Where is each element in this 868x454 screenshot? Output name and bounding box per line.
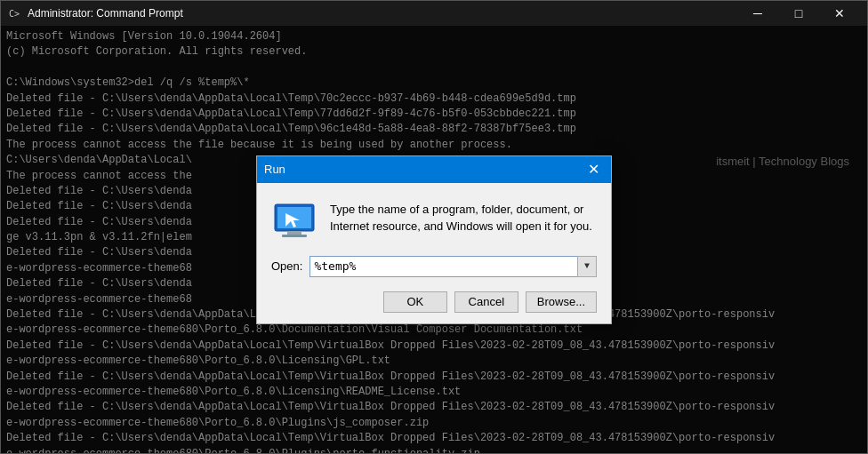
cancel-button[interactable]: Cancel bbox=[454, 291, 518, 313]
dialog-body: Type the name of a program, folder, docu… bbox=[257, 183, 611, 323]
svg-text:C>: C> bbox=[9, 9, 20, 19]
run-icon bbox=[273, 199, 316, 242]
dropdown-arrow-icon[interactable]: ▼ bbox=[577, 256, 597, 277]
dialog-titlebar: Run ✕ bbox=[257, 156, 611, 183]
dialog-description: Type the name of a program, folder, docu… bbox=[330, 197, 597, 235]
window-title: Administrator: Command Prompt bbox=[28, 7, 737, 20]
open-input[interactable] bbox=[309, 256, 597, 277]
dialog-close-button[interactable]: ✕ bbox=[583, 160, 604, 179]
run-dialog: Run ✕ bbox=[256, 155, 612, 324]
maximize-button[interactable]: □ bbox=[778, 1, 819, 26]
browse-button[interactable]: Browse... bbox=[526, 291, 597, 313]
cmd-icon: C> bbox=[8, 6, 22, 20]
dialog-overlay: Run ✕ bbox=[1, 26, 867, 453]
dialog-top-section: Type the name of a program, folder, docu… bbox=[271, 197, 597, 243]
ok-button[interactable]: OK bbox=[383, 291, 447, 313]
open-label: Open: bbox=[271, 259, 302, 273]
input-wrap: ▼ bbox=[309, 256, 597, 277]
title-bar: C> Administrator: Command Prompt ─ □ ✕ bbox=[1, 1, 867, 26]
run-icon-area bbox=[271, 197, 317, 243]
dialog-title: Run bbox=[264, 163, 285, 176]
svg-rect-5 bbox=[282, 235, 307, 237]
dialog-input-row: Open: ▼ bbox=[271, 256, 597, 277]
window-controls: ─ □ ✕ bbox=[737, 1, 860, 26]
close-button[interactable]: ✕ bbox=[819, 1, 860, 26]
cmd-output: Microsoft Windows [Version 10.0.19044.26… bbox=[1, 26, 867, 453]
svg-rect-4 bbox=[287, 231, 301, 235]
minimize-button[interactable]: ─ bbox=[737, 1, 778, 26]
dialog-buttons: OK Cancel Browse... bbox=[271, 291, 597, 313]
cmd-window: C> Administrator: Command Prompt ─ □ ✕ M… bbox=[0, 0, 868, 454]
